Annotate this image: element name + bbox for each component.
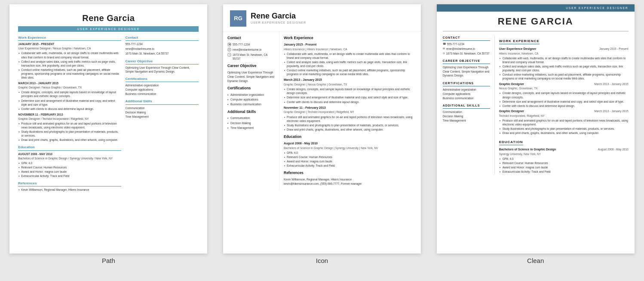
clean-cert3: Business communication — [443, 96, 490, 100]
icon-j2b1: Create designs, concepts, and sample lay… — [287, 87, 416, 95]
clean-cert2: Computer applications — [443, 92, 490, 96]
path-job3-b2: Study illustrations and photographs to p… — [21, 130, 121, 137]
path-job3-b3: Draw and print charts, graphs, illustrat… — [21, 138, 121, 142]
clean-resume-card[interactable]: USER EXPERIENCE DESIGNER RENE GARCIA CON… — [437, 4, 635, 254]
icon-ref-heading: References — [284, 171, 416, 176]
clean-job3-title: Graphic Designer — [499, 109, 524, 113]
location-icon: ⊙ — [227, 53, 231, 57]
clean-job3-company: Techdot Incorporated, Ridgefield, NY — [499, 114, 629, 118]
clean-job1-company: Hikers Insurance, Newtown, CA — [499, 52, 629, 55]
clean-job2-date: March 2013 - January 2015 — [594, 82, 629, 86]
path-skills-heading: Additional Skills — [126, 99, 199, 104]
path-contact-phone: 555-777-1234 — [126, 42, 199, 46]
clean-j1b3: Conduct online marketing initiatives, su… — [503, 73, 629, 80]
path-job1-role: User Experience Designer / Nexus Graphix… — [18, 46, 121, 50]
path-work-heading: Work Experience — [18, 35, 121, 41]
clean-job1-title: User Experience Designer — [499, 47, 537, 51]
icon-header: RG Rene Garcia USER EXPERIENCE DESIGNER — [223, 4, 421, 31]
icon-resume-card[interactable]: RG Rene Garcia USER EXPERIENCE DESIGNER … — [223, 4, 421, 254]
icon-contact-heading: Contact — [227, 36, 275, 41]
path-label[interactable]: Path — [102, 257, 115, 264]
icon-job1-date: January 2015 - Present — [284, 43, 416, 47]
path-cert3: Business communication — [126, 92, 199, 96]
clean-edu1-title: Bachelors of Science in Graphic Design — [499, 147, 556, 152]
icon-name: Rene Garcia — [251, 12, 306, 21]
path-contact-email: rene@instantresume.io — [126, 47, 199, 51]
clean-job2-header: Graphic Designer March 2013 - January 20… — [499, 82, 629, 86]
clean-contact-phone: ☎ 555-777-1234 — [443, 42, 490, 46]
path-edu-heading: Education — [18, 145, 121, 150]
icon-cert-heading: Certifications — [227, 86, 275, 91]
clean-skill1: Communication — [443, 110, 490, 114]
clean-skills-heading: ADDITIONAL SKILLS — [443, 104, 490, 109]
clean-job2-company: Nexus Graphic, Grovetown, TX — [499, 86, 629, 90]
clean-j1b2: Collect and analyze sales data, using we… — [503, 64, 629, 72]
clean-contact-address: ⊙ 1673 Main St. Newtown, CA 55737 — [443, 52, 490, 55]
icon-contact-address: ⊙ 1673 Main St. Newtown, CA 55737 — [227, 53, 275, 61]
clean-left: CONTACT ☎ 555-777-1234 ✉ rene@instantres… — [443, 36, 494, 174]
icon-contact-email: @ rene@instantresume.io — [227, 48, 275, 52]
icon-job2-role: Graphic Designer | Nexus Graphix | Grove… — [284, 82, 416, 86]
clean-skill3: Time Management — [443, 119, 490, 122]
icon-header-text: Rene Garcia USER EXPERIENCE DESIGNER — [251, 12, 306, 25]
clean-job2-title: Graphic Designer — [499, 82, 524, 86]
icon-avatar: RG — [230, 10, 246, 27]
path-career-text: Optimizing User Experience Through Clear… — [126, 66, 199, 73]
icon-label[interactable]: Icon — [316, 257, 328, 264]
clean-edu1-company: Synergy University, New York, NY — [499, 152, 629, 156]
path-ref1: Kevin Williamson, Regional Manager, Hike… — [21, 188, 121, 192]
clean-eb3: Award and Honor: magna cum laude — [503, 165, 629, 169]
clean-right: WORK EXPERIENCE User Experience Designer… — [494, 36, 629, 174]
path-contact-address: 1673 Main St. Newtown, CA 55737 — [126, 52, 199, 55]
clean-j3b2: Study illustrations and photographs to p… — [503, 127, 629, 131]
icon-job1-role: Hikers Insurance | Hikers Insurance | Ne… — [284, 47, 416, 51]
clean-label[interactable]: Clean — [527, 257, 544, 264]
path-name: Rene Garcia — [18, 12, 199, 24]
icon-job2-date: March 2013 - January 2015 — [284, 78, 416, 82]
icon-template-wrapper: RG Rene Garcia USER EXPERIENCE DESIGNER … — [218, 4, 426, 264]
path-edu1-date: AUGUST 2008 - MAY 2010 — [18, 152, 121, 156]
path-career-heading: Career Objective — [126, 59, 199, 64]
icon-j3b1: Produce still and animated graphics for … — [287, 115, 416, 123]
icon-career-heading: Career Objective — [227, 64, 275, 69]
clean-divider — [443, 31, 629, 31]
path-job2-b2: Determine size and arrangement of illust… — [21, 99, 121, 107]
clean-job1-header: User Experience Designer January 2015 - … — [499, 47, 629, 51]
path-right: Contact 555-777-1234 rene@instantresume.… — [126, 35, 199, 192]
clean-cert1: Administrative organization — [443, 88, 490, 92]
path-job3-date: NOVEMBER 11 - FEBRUARY 2013 — [18, 113, 121, 116]
icon-j3b3: Draw and print charts, graphs, illustrat… — [287, 128, 416, 131]
clean-body: CONTACT ☎ 555-777-1234 ✉ rene@instantres… — [437, 34, 635, 179]
path-skill2: Decision Making — [126, 110, 199, 114]
path-cert-heading: Certifications — [126, 76, 199, 82]
path-resume-card[interactable]: Rene Garcia USER EXPERIENCE DESIGNER Wor… — [9, 4, 207, 254]
clean-cert-heading: CERTIFICATIONS — [443, 81, 490, 86]
clean-contact-email: ✉ rene@instantresume.io — [443, 47, 490, 51]
icon-skill2: Decision Making — [227, 121, 275, 125]
location-icon: ⊙ — [443, 52, 445, 55]
path-job2-b3: Confer with clients to discuss and deter… — [21, 107, 121, 111]
clean-job3-date: March 2013 - January 2015 — [594, 109, 629, 113]
phone-icon: ☎ — [443, 42, 446, 46]
icon-j3b2: Study illustrations and photographs to p… — [287, 123, 416, 127]
icon-j1b2: Collect and analyze sales data, using we… — [287, 60, 416, 68]
clean-header-bar: USER EXPERIENCE DESIGNER — [437, 4, 635, 12]
clean-template-wrapper: USER EXPERIENCE DESIGNER RENE GARCIA CON… — [431, 4, 640, 264]
icon-edu-heading: Education — [284, 134, 416, 140]
path-edu1-b3: Award and Honor: magna cum laude — [21, 170, 121, 174]
path-job3-role: Graphic Designer / Techdot Incorporated … — [18, 117, 121, 121]
icon-edu1-date: August 2008 - May 2010 — [284, 141, 416, 146]
templates-row: Rene Garcia USER EXPERIENCE DESIGNER Wor… — [4, 4, 640, 264]
clean-j2b3: Confer with clients to discuss and deter… — [503, 104, 629, 108]
icon-skill3: Time Management — [227, 126, 275, 130]
icon-ref1: Kevin Williamson, Regional Manager, Hike… — [284, 177, 416, 181]
path-skill3: Time Management — [126, 115, 199, 119]
icon-eb3: Award and Honor: magna cum laude — [287, 159, 416, 163]
clean-edu1-header: Bachelors of Science in Graphic Design A… — [499, 147, 629, 152]
clean-j2b1: Create designs, concepts, and sample lay… — [503, 91, 629, 99]
icon-work-heading: Work Experience — [284, 36, 416, 41]
icon-title: USER EXPERIENCE DESIGNER — [251, 21, 306, 25]
path-job1-date: JANUARY 2015 - PRESENT — [18, 42, 121, 46]
icon-j2b3: Confer with clients to discuss and deter… — [287, 100, 416, 104]
email-icon: @ — [227, 48, 231, 52]
